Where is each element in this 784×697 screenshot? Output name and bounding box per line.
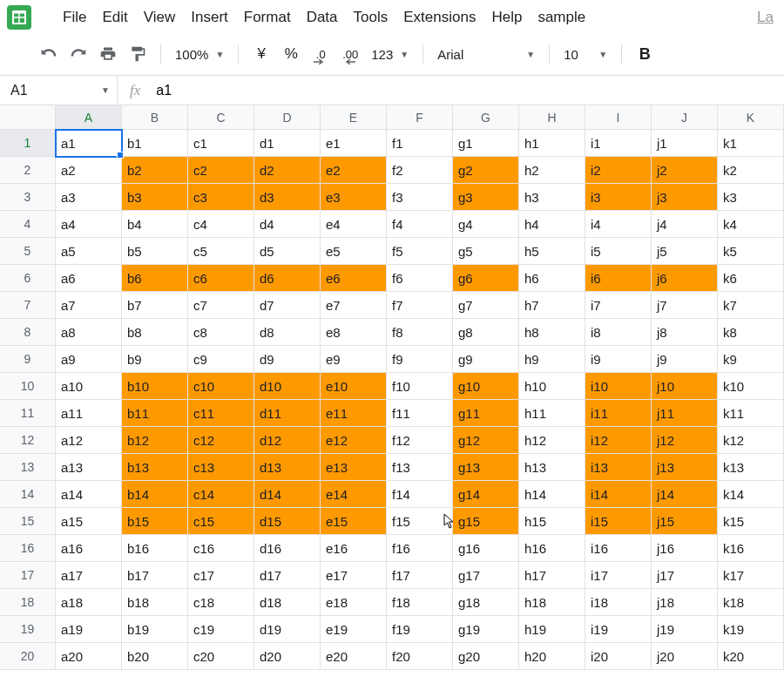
cell[interactable]: j1 [652, 130, 718, 157]
cell[interactable]: k11 [718, 400, 784, 427]
cell[interactable]: i5 [585, 238, 652, 265]
cell[interactable]: d18 [254, 589, 321, 616]
cell[interactable]: f20 [387, 643, 453, 670]
cell[interactable]: h18 [519, 589, 585, 616]
cell[interactable]: e7 [321, 292, 387, 319]
cell[interactable]: b9 [122, 346, 188, 373]
cell[interactable]: g13 [453, 454, 519, 481]
cell[interactable]: d12 [254, 427, 321, 454]
cell[interactable]: j15 [652, 508, 718, 535]
cell[interactable]: c15 [188, 508, 254, 535]
cell[interactable]: d2 [254, 157, 321, 184]
cell[interactable]: h19 [519, 616, 585, 643]
menu-data[interactable]: Data [307, 9, 338, 26]
row-header[interactable]: 9 [0, 346, 56, 373]
cell[interactable]: f15 [387, 508, 453, 535]
cell[interactable]: b6 [122, 265, 188, 292]
cell[interactable]: a11 [56, 400, 122, 427]
cell[interactable]: g6 [453, 265, 519, 292]
cell[interactable]: k1 [718, 130, 784, 157]
percent-button[interactable]: % [279, 42, 303, 66]
cell[interactable]: c12 [188, 427, 254, 454]
column-header[interactable]: E [321, 105, 387, 130]
row-header[interactable]: 5 [0, 238, 56, 265]
cell[interactable]: a5 [56, 238, 122, 265]
cell[interactable]: i6 [585, 265, 652, 292]
cell[interactable]: k12 [718, 427, 784, 454]
column-header[interactable]: A [56, 105, 122, 130]
cell[interactable]: b20 [122, 643, 188, 670]
cell[interactable]: f11 [387, 400, 453, 427]
menu-extensions[interactable]: Extensions [403, 9, 476, 26]
cell[interactable]: h15 [519, 508, 585, 535]
cell[interactable]: b11 [122, 400, 188, 427]
row-header[interactable]: 1 [0, 130, 56, 157]
cell[interactable]: j12 [652, 427, 718, 454]
print-button[interactable] [96, 42, 120, 66]
cell[interactable]: g19 [453, 616, 519, 643]
cell[interactable]: b19 [122, 616, 188, 643]
cell[interactable]: d10 [254, 373, 321, 400]
column-header[interactable]: J [652, 105, 718, 130]
cell[interactable]: b4 [122, 211, 188, 238]
cell[interactable]: k19 [718, 616, 784, 643]
cell[interactable]: d13 [254, 454, 321, 481]
row-header[interactable]: 10 [0, 373, 56, 400]
cell[interactable]: c3 [188, 184, 254, 211]
cell[interactable]: g2 [453, 157, 519, 184]
cell[interactable]: h6 [519, 265, 585, 292]
cell[interactable]: k6 [718, 265, 784, 292]
cell[interactable]: h1 [519, 130, 585, 157]
cell[interactable]: k16 [718, 535, 784, 562]
row-header[interactable]: 11 [0, 400, 56, 427]
cell[interactable]: i11 [585, 400, 652, 427]
cell[interactable]: c14 [188, 481, 254, 508]
cell[interactable]: j9 [652, 346, 718, 373]
column-header[interactable]: H [519, 105, 585, 130]
cell[interactable]: k10 [718, 373, 784, 400]
cell[interactable]: f9 [387, 346, 453, 373]
redo-button[interactable] [66, 42, 91, 66]
font-dropdown[interactable]: Arial ▼ [434, 47, 538, 62]
cell[interactable]: b14 [122, 481, 188, 508]
cell[interactable]: k18 [718, 589, 784, 616]
formula-input[interactable] [152, 83, 784, 98]
cell[interactable]: h2 [519, 157, 585, 184]
cell[interactable]: b13 [122, 454, 188, 481]
cell[interactable]: h20 [519, 643, 585, 670]
cell[interactable]: e14 [321, 481, 387, 508]
cell[interactable]: c9 [188, 346, 254, 373]
cell[interactable]: g7 [453, 292, 519, 319]
cell[interactable]: f17 [387, 562, 453, 589]
cell[interactable]: k20 [718, 643, 784, 670]
row-header[interactable]: 20 [0, 643, 56, 670]
paint-format-button[interactable] [125, 42, 150, 66]
cell[interactable]: d20 [254, 643, 321, 670]
cell[interactable]: f12 [387, 427, 453, 454]
column-header[interactable]: B [122, 105, 188, 130]
cell[interactable]: d3 [254, 184, 321, 211]
cell[interactable]: c20 [188, 643, 254, 670]
cell[interactable]: e5 [321, 238, 387, 265]
cell[interactable]: e13 [321, 454, 387, 481]
cell[interactable]: i2 [585, 157, 652, 184]
zoom-dropdown[interactable]: 100% ▼ [172, 47, 227, 62]
cell[interactable]: c4 [188, 211, 254, 238]
cell[interactable]: e15 [321, 508, 387, 535]
cell[interactable]: g9 [453, 346, 519, 373]
cell[interactable]: h10 [519, 373, 585, 400]
cell[interactable]: j18 [652, 589, 718, 616]
cell[interactable]: b12 [122, 427, 188, 454]
cell[interactable]: e2 [321, 157, 387, 184]
cell[interactable]: d9 [254, 346, 321, 373]
cell[interactable]: k8 [718, 319, 784, 346]
cell[interactable]: f18 [387, 589, 453, 616]
cell[interactable]: i18 [585, 589, 652, 616]
cell[interactable]: c8 [188, 319, 254, 346]
cell[interactable]: h5 [519, 238, 585, 265]
cell[interactable]: e16 [321, 535, 387, 562]
cell[interactable]: b8 [122, 319, 188, 346]
cell[interactable]: k17 [718, 562, 784, 589]
cell[interactable]: k15 [718, 508, 784, 535]
cell[interactable]: c1 [188, 130, 254, 157]
